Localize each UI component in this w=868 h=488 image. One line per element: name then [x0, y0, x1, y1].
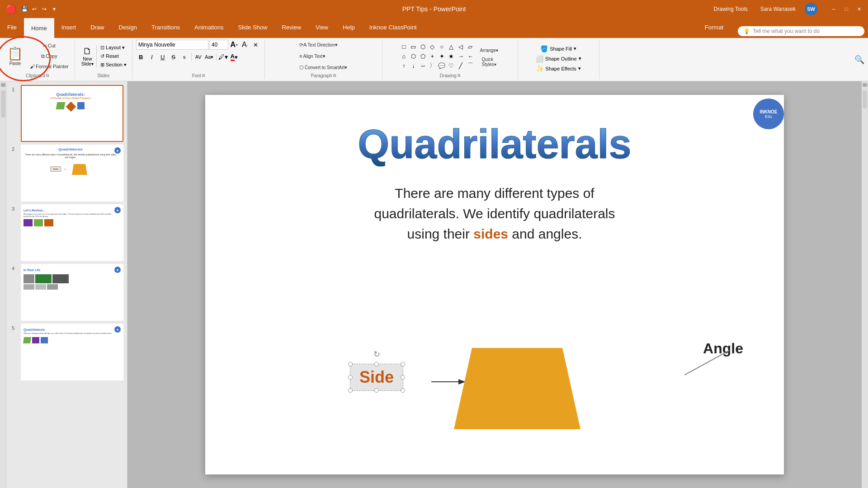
italic-button[interactable]: I: [147, 52, 157, 62]
tab-transitions[interactable]: Transitions: [144, 18, 187, 38]
slide-2-thumb[interactable]: Quadrilaterals There are many different …: [21, 145, 123, 202]
handle-bc[interactable]: [374, 388, 379, 393]
tab-slideshow[interactable]: Slide Show: [231, 18, 274, 38]
shape-effects-button[interactable]: ✨ Shape Effects ▾: [535, 64, 582, 73]
handle-bl[interactable]: [348, 388, 353, 393]
clipboard-expand-icon[interactable]: ⧉: [46, 73, 49, 78]
slide-1-thumb[interactable]: Quadrilaterals: A Parade of Four-Sided P…: [21, 85, 123, 142]
shape-outline-button[interactable]: ⬜ Shape Outline ▾: [535, 54, 582, 63]
bold-button[interactable]: B: [136, 52, 146, 62]
shape-triangle[interactable]: △: [447, 42, 456, 51]
close-button[interactable]: ✕: [855, 5, 863, 13]
shape-heart[interactable]: ♡: [447, 61, 456, 70]
handle-mr[interactable]: [401, 375, 405, 380]
shape-rect[interactable]: □: [399, 42, 408, 51]
redo-icon[interactable]: ↪: [40, 5, 48, 13]
customize-qat-icon[interactable]: ▾: [50, 5, 58, 13]
shape-arrow-r[interactable]: →: [456, 52, 465, 61]
shape-chevron[interactable]: 〉: [428, 61, 437, 70]
layout-button[interactable]: ⊡ Layout ▾: [99, 44, 128, 52]
textbox-content[interactable]: Side: [350, 364, 403, 390]
paragraph-expand-icon[interactable]: ⧉: [333, 73, 336, 78]
section-button[interactable]: ⊞ Section ▾: [99, 61, 128, 69]
inknoe-badge[interactable]: INKNOE Edu: [753, 99, 784, 129]
undo-icon[interactable]: ↩: [30, 5, 38, 13]
copy-button[interactable]: ⧉ Copy: [28, 51, 71, 61]
handle-tc[interactable]: [374, 362, 379, 366]
decrease-font-button[interactable]: A-: [240, 40, 250, 50]
underline-button[interactable]: U: [158, 52, 168, 62]
shape-star4[interactable]: ✦: [437, 52, 446, 61]
shape-arrow-lr[interactable]: ↔: [418, 61, 427, 70]
tab-format[interactable]: Format: [698, 18, 731, 38]
right-scroll-up[interactable]: [863, 83, 867, 87]
shape-snip[interactable]: ⬡: [418, 42, 427, 51]
paste-button[interactable]: 📋 Paste: [4, 43, 27, 69]
shape-star5[interactable]: ★: [447, 52, 456, 61]
shape-diamond[interactable]: ◇: [428, 42, 437, 51]
convert-smartart-button[interactable]: ⬡ Convert to SmartArt ▾: [297, 62, 349, 72]
shape-fill-button[interactable]: 🪣 Shape Fill ▾: [539, 44, 577, 53]
scroll-thumb[interactable]: [1, 90, 5, 117]
shape-line[interactable]: ╱: [456, 61, 465, 70]
slide-4-thumb[interactable]: In Real Life ●: [21, 264, 123, 321]
save-icon[interactable]: 💾: [20, 5, 28, 13]
slide-3-thumb[interactable]: Let's Review... All polygons are made up…: [21, 204, 123, 261]
tab-home[interactable]: Home: [24, 18, 54, 38]
tab-draw[interactable]: Draw: [83, 18, 111, 38]
shape-arrow-u[interactable]: ↑: [399, 61, 408, 70]
scroll-arrow-up[interactable]: [1, 83, 5, 87]
highlight-button[interactable]: 🖊▾: [218, 52, 228, 62]
drawing-expand-icon[interactable]: ⧉: [458, 73, 460, 78]
tab-file[interactable]: File: [0, 18, 24, 38]
font-color-button[interactable]: A▾: [229, 52, 239, 62]
arrange-button[interactable]: Arrange▾: [477, 45, 500, 55]
handle-tr[interactable]: [401, 362, 405, 366]
shape-hex[interactable]: ⬡: [409, 52, 418, 61]
minimize-button[interactable]: ─: [830, 5, 837, 13]
font-size-input[interactable]: [209, 40, 228, 50]
shape-trap[interactable]: ⌂: [399, 52, 408, 61]
text-direction-button[interactable]: ⟳A Text Direction ▾: [297, 40, 340, 50]
reset-button[interactable]: ↺ Reset: [99, 52, 128, 60]
ribbon-search[interactable]: 🔍: [854, 40, 868, 79]
shape-callout[interactable]: 💬: [437, 61, 446, 70]
tab-design[interactable]: Design: [112, 18, 144, 38]
handle-ml[interactable]: [348, 375, 353, 380]
tab-review[interactable]: Review: [274, 18, 308, 38]
tab-help[interactable]: Help: [335, 18, 362, 38]
maximize-button[interactable]: □: [843, 5, 850, 13]
shape-circle[interactable]: ○: [437, 42, 446, 51]
trapezoid-svg[interactable]: [427, 339, 608, 438]
handle-tl[interactable]: [348, 362, 353, 366]
shape-oct[interactable]: ⬠: [418, 52, 427, 61]
tab-view[interactable]: View: [308, 18, 335, 38]
right-scroll-thumb[interactable]: [863, 90, 867, 108]
shape-para[interactable]: ▱: [466, 42, 475, 51]
textbox-selection-area[interactable]: ↻ Side: [350, 364, 403, 391]
quick-styles-button[interactable]: QuickStyles▾: [477, 57, 500, 67]
font-name-input[interactable]: [136, 40, 208, 50]
increase-font-button[interactable]: A+: [229, 40, 239, 50]
shape-plus[interactable]: +: [428, 52, 437, 61]
tab-animations[interactable]: Animations: [187, 18, 231, 38]
shape-connector[interactable]: ⌒: [466, 61, 475, 70]
handle-br[interactable]: [401, 388, 405, 393]
char-spacing-button[interactable]: AV: [193, 52, 203, 62]
tab-inknoe[interactable]: Inknoe ClassPoint: [362, 18, 424, 38]
tab-insert[interactable]: Insert: [54, 18, 84, 38]
strikethrough-button[interactable]: S: [169, 52, 179, 62]
cut-button[interactable]: ✂ Cut: [28, 41, 71, 51]
shape-rtriangle[interactable]: ◁: [456, 42, 465, 51]
format-painter-button[interactable]: 🖌 Format Painter: [28, 61, 71, 71]
user-avatar[interactable]: SW: [805, 3, 817, 15]
new-slide-button[interactable]: 🗋 New Slide▾: [79, 45, 97, 67]
slide-5-thumb[interactable]: Quadrilaterals With your background know…: [21, 324, 123, 380]
shape-arrow-l[interactable]: ←: [466, 52, 475, 61]
change-case-button[interactable]: Aa▾: [204, 52, 214, 62]
rotate-handle[interactable]: ↻: [373, 349, 380, 359]
clear-format-button[interactable]: ✕: [251, 40, 261, 50]
shadow-button[interactable]: s: [179, 52, 189, 62]
font-expand-icon[interactable]: ⧉: [202, 73, 205, 78]
align-text-button[interactable]: ≡ Align Text ▾: [297, 51, 328, 61]
